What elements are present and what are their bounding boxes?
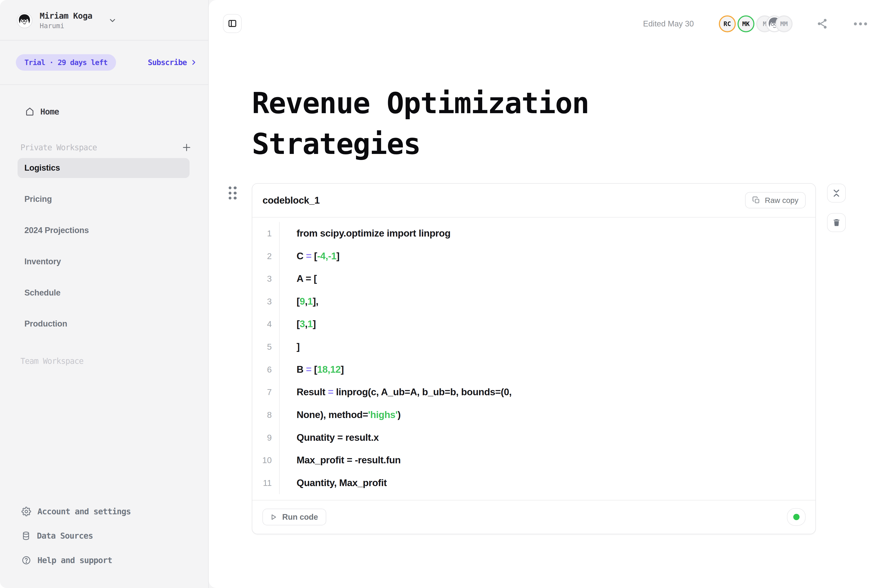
copy-icon — [752, 196, 760, 204]
line-number: 3 — [252, 290, 279, 313]
code-line[interactable]: 8None), method='highs') — [252, 404, 815, 426]
line-number: 8 — [252, 404, 279, 426]
code-line[interactable]: 11Quantity, Max_profit — [252, 472, 815, 494]
collapse-block-button[interactable] — [827, 184, 846, 202]
sidebar-item-help-and-support[interactable]: Help and support — [21, 552, 208, 569]
chevron-right-icon — [190, 59, 197, 66]
code-card-footer: Run code — [252, 500, 815, 534]
code-line[interactable]: 3[9,1], — [252, 290, 815, 313]
code-line[interactable]: 5] — [252, 335, 815, 358]
database-icon — [21, 531, 31, 540]
app-frame: Miriam Koga Harumi Trial · 29 days left … — [0, 0, 885, 588]
raw-copy-button[interactable]: Raw copy — [745, 192, 805, 208]
avatar-mm[interactable]: MM — [775, 15, 792, 32]
code-line[interactable]: 6B = [18,12] — [252, 358, 815, 381]
line-number: 3 — [252, 267, 279, 290]
team-workspace-label: Team Workspace — [20, 357, 83, 366]
trial-row: Trial · 29 days left Subscribe — [0, 40, 208, 84]
subscribe-label: Subscribe — [148, 58, 187, 67]
codeblock-title: codeblock_1 — [263, 195, 320, 206]
line-number: 6 — [252, 358, 279, 381]
page-title: Revenue Optimization Strategies — [252, 83, 649, 165]
line-number: 5 — [252, 335, 279, 358]
edited-timestamp: Edited May 30 — [643, 19, 694, 28]
drag-handle[interactable] — [228, 186, 237, 200]
home-icon — [25, 106, 35, 116]
panel-left-icon — [228, 19, 237, 28]
play-icon — [270, 513, 277, 521]
run-code-label: Run code — [282, 513, 318, 522]
run-code-button[interactable]: Run code — [263, 508, 326, 525]
divider — [0, 84, 208, 85]
run-status-chip — [787, 508, 805, 526]
status-dot — [793, 514, 799, 520]
block-side-controls — [827, 184, 846, 232]
line-number: 10 — [252, 449, 279, 472]
private-workspace-header: Private Workspace — [0, 142, 208, 152]
chevron-down-icon — [108, 16, 117, 25]
line-number: 1 — [252, 222, 279, 245]
line-number: 4 — [252, 313, 279, 335]
code-card-header: codeblock_1 Raw copy — [252, 184, 815, 217]
sidebar-item-pricing[interactable]: Pricing — [18, 189, 189, 209]
help-icon — [21, 555, 31, 565]
share-icon[interactable] — [816, 18, 828, 30]
private-workspace-list: LogisticsPricing2024 ProjectionsInventor… — [18, 158, 189, 334]
add-page-button[interactable] — [182, 142, 191, 152]
code-line[interactable]: 3A = [ — [252, 267, 815, 290]
plus-icon — [182, 142, 191, 152]
sidebar-item-account-and-settings[interactable]: Account and settings — [21, 503, 208, 520]
line-number: 9 — [252, 426, 279, 449]
private-workspace-label: Private Workspace — [20, 143, 97, 152]
delete-block-button[interactable] — [827, 213, 846, 232]
code-card: codeblock_1 Raw copy 1from scipy.optimiz… — [252, 183, 816, 534]
home-label: Home — [41, 107, 59, 116]
sidebar-footer: Account and settingsData SourcesHelp and… — [0, 503, 208, 588]
line-number: 11 — [252, 472, 279, 494]
code-editor[interactable]: 1from scipy.optimize import linprog2C = … — [252, 218, 815, 500]
sidebar-item-data-sources[interactable]: Data Sources — [21, 527, 208, 544]
line-number: 2 — [252, 245, 279, 267]
code-line[interactable]: 2C = [-4,-1] — [252, 245, 815, 267]
gear-icon — [21, 507, 31, 516]
subscribe-link[interactable]: Subscribe — [148, 58, 197, 67]
code-line[interactable]: 10Max_profit = -result.fun — [252, 449, 815, 472]
user-org: Harumi — [40, 22, 92, 30]
topbar-right: Edited May 30 RCMKMMM — [643, 14, 870, 32]
sidebar-item-schedule[interactable]: Schedule — [18, 283, 189, 303]
trash-icon — [832, 218, 841, 227]
user-menu[interactable]: Miriam Koga Harumi — [0, 0, 208, 40]
code-line[interactable]: 1from scipy.optimize import linprog — [252, 222, 815, 245]
sidebar-item-logistics[interactable]: Logistics — [18, 158, 189, 178]
raw-copy-label: Raw copy — [765, 196, 798, 205]
code-line[interactable]: 4[3,1] — [252, 313, 815, 335]
collapse-vertical-icon — [832, 189, 841, 198]
user-name: Miriam Koga — [40, 11, 92, 21]
sidebar: Miriam Koga Harumi Trial · 29 days left … — [0, 0, 209, 588]
trial-badge: Trial · 29 days left — [16, 54, 116, 71]
line-number: 7 — [252, 381, 279, 404]
sidebar-item-home[interactable]: Home — [0, 103, 208, 120]
code-line[interactable]: 9Qunatity = result.x — [252, 426, 815, 449]
avatar-mk[interactable]: MK — [738, 15, 754, 32]
user-avatar — [17, 13, 32, 28]
avatar-rc[interactable]: RC — [719, 15, 736, 32]
sidebar-item-production[interactable]: Production — [18, 314, 189, 334]
team-workspace-header: Team Workspace — [0, 357, 208, 366]
more-options-icon[interactable] — [853, 21, 868, 27]
main-panel: Edited May 30 RCMKMMM Revenue Optimizati… — [209, 0, 885, 588]
sidebar-toggle-button[interactable] — [223, 14, 242, 33]
collaborator-avatars: RCMKMMM — [719, 15, 793, 32]
code-block-row: codeblock_1 Raw copy 1from scipy.optimiz… — [252, 183, 816, 534]
topbar: Edited May 30 RCMKMMM — [209, 0, 885, 50]
sidebar-item-inventory[interactable]: Inventory — [18, 252, 189, 272]
sidebar-item-2024-projections[interactable]: 2024 Projections — [18, 220, 189, 240]
code-line[interactable]: 7Result = linprog(c, A_ub=A, b_ub=b, bou… — [252, 381, 815, 404]
